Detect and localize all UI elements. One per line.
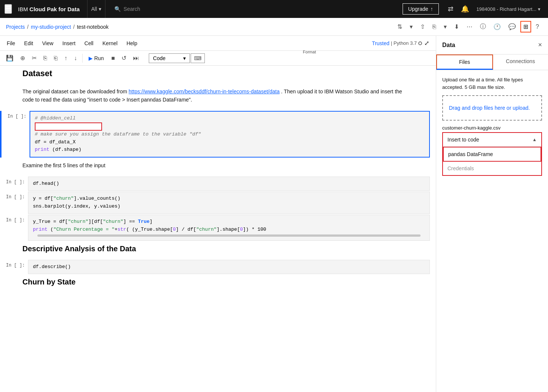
upload-icon: ↑: [431, 6, 433, 12]
df-assign-line: df = df_data_X: [35, 139, 425, 146]
interrupt-button[interactable]: ■: [108, 53, 118, 64]
chevron-down-icon: ▾: [183, 55, 186, 61]
info-icon[interactable]: ⓘ: [477, 21, 489, 33]
notebook-content[interactable]: Dataset The original dataset can be down…: [0, 66, 436, 392]
tab-files[interactable]: Files: [436, 55, 493, 70]
paste-cell-button[interactable]: ⎗: [51, 53, 61, 64]
share-icon[interactable]: ⇧: [417, 21, 428, 32]
notebook-toolbar: 💾 ⊕ ✂ ⎘ ⎗ ↑ ↓ ▶ Run ■ ↺ ⏭ Format Code ▾ …: [0, 51, 436, 66]
breadcrumb-notebook: test-notebook: [77, 24, 109, 30]
markdown-cell-examine: Examine the first 5 lines of the input: [0, 158, 436, 175]
right-panel-close-button[interactable]: ×: [538, 41, 542, 49]
save-version-icon[interactable]: ⎘: [430, 21, 439, 32]
breadcrumb-sep-1: /: [27, 24, 29, 30]
chevron-down-icon-2[interactable]: ▾: [441, 21, 450, 32]
menu-cell[interactable]: Cell: [84, 40, 94, 46]
right-panel-title: Data: [442, 42, 455, 49]
notification-icon[interactable]: 🔔: [458, 2, 472, 16]
pandas-dataframe-option[interactable]: pandas DataFrame: [443, 147, 541, 162]
brand-name: IBM Cloud Pak for Data: [18, 6, 80, 12]
churn-line2: print ("Churn Percentage = "+str( (y_Tru…: [33, 226, 425, 234]
menu-kernel[interactable]: Kernel: [102, 40, 118, 46]
cell-label-4: In [ ]:: [0, 215, 28, 223]
breadcrumb-studio[interactable]: my-studio-project: [31, 24, 71, 30]
input-placeholder-line: [35, 122, 425, 131]
restart-button[interactable]: ↺: [118, 52, 129, 64]
upload-description: Upload one file at a time. All file type…: [442, 76, 542, 91]
search-bar[interactable]: 🔍 Search: [108, 6, 400, 12]
code-cell-churn[interactable]: In [ ]: y_True = df["churn"][df["churn"]…: [0, 215, 436, 241]
cell-body-2[interactable]: df.head(): [28, 177, 430, 191]
right-panel-body: Upload one file at a time. All file type…: [436, 70, 548, 392]
kaggle-link[interactable]: https://www.kaggle.com/becksddf/churn-in…: [129, 88, 280, 94]
chevron-up-icon: ▲: [532, 137, 537, 142]
user-menu[interactable]: 1984008 - Richard Hagart... ▾: [474, 3, 544, 15]
cell-body-3[interactable]: y = df["churn"].value_counts() sns.barpl…: [28, 192, 430, 214]
cut-cell-button[interactable]: ✂: [29, 52, 40, 64]
menu-view[interactable]: View: [41, 40, 54, 46]
kernel-status-dot: [418, 41, 422, 45]
help-icon[interactable]: ?: [533, 21, 542, 32]
menu-edit[interactable]: Edit: [24, 40, 34, 46]
breadcrumb-sep-2: /: [73, 24, 75, 30]
upload-zone-text: Drag and drop files here or upload.: [449, 105, 530, 111]
right-data-panel: Data × Files Connections Upload one file…: [436, 36, 548, 392]
download-icon[interactable]: ⬇: [451, 21, 462, 32]
code-cell-barplot[interactable]: In [ ]: y = df["churn"].value_counts() s…: [0, 192, 436, 214]
credentials-option[interactable]: Credentials: [443, 162, 541, 175]
all-dropdown[interactable]: All ▾: [87, 0, 105, 18]
upload-drop-zone[interactable]: Drag and drop files here or upload.: [442, 95, 542, 121]
code-cell-hidden[interactable]: In [ ]: # @hidden_cell # make sure you a…: [0, 111, 436, 158]
menu-file[interactable]: File: [6, 40, 16, 46]
keyboard-shortcuts-button[interactable]: ⌨: [191, 53, 205, 63]
insert-to-code-dropdown[interactable]: Insert to code ▲ pandas DataFrame Creden…: [442, 132, 542, 176]
markdown-cell-churnstate: Churn by State: [0, 275, 436, 292]
top-navigation: ☰ IBM Cloud Pak for Data All ▾ 🔍 Search …: [0, 0, 548, 18]
more-options-icon[interactable]: ⋯: [464, 21, 475, 32]
history-icon[interactable]: 🕐: [490, 21, 504, 32]
format-select[interactable]: Code ▾: [149, 53, 190, 63]
cell-body-4[interactable]: y_True = df["churn"][df["churn"] == True…: [28, 215, 430, 241]
copy-cell-button[interactable]: ⎘: [40, 53, 50, 64]
kernel-status-icon[interactable]: ⇅: [394, 21, 405, 32]
kernel-info: | Python 3.7: [391, 40, 417, 46]
restart-run-all-button[interactable]: ⏭: [130, 53, 142, 64]
code-cell-describe[interactable]: In [ ]: df.describe(): [0, 260, 436, 274]
data-panel-icon[interactable]: ⊞: [520, 21, 531, 32]
markdown-cell-dataset: Dataset: [0, 66, 436, 84]
add-cell-button[interactable]: ⊕: [17, 52, 28, 64]
save-button[interactable]: 💾: [3, 52, 16, 64]
descriptive-heading: Descriptive Analysis of the Data: [22, 245, 413, 253]
play-icon: ▶: [89, 55, 93, 61]
breadcrumb-projects[interactable]: Projects: [6, 24, 25, 30]
cell-body-1[interactable]: # @hidden_cell # make sure you assign th…: [30, 111, 430, 158]
notebook-menubar: File Edit View Insert Cell Kernel Help T…: [0, 36, 436, 51]
run-button[interactable]: ▶ Run: [85, 53, 108, 63]
right-panel-header: Data ×: [436, 36, 548, 55]
cell-body-5[interactable]: df.describe(): [28, 260, 430, 274]
hamburger-menu-icon[interactable]: ☰: [4, 4, 12, 14]
barplot-line2: sns.barplot(y.index, y.values): [33, 203, 425, 211]
breadcrumb-actions: ⇅ ▾ ⇧ ⎘ ▾ ⬇ ⋯ ⓘ 🕐 💬 ⊞ ?: [394, 21, 542, 33]
upgrade-button[interactable]: Upgrade ↑: [403, 3, 439, 15]
chevron-down-icon[interactable]: ▾: [407, 21, 416, 32]
hidden-cell-comment: # @hidden_cell: [35, 115, 425, 122]
insert-dropdown-header[interactable]: Insert to code ▲: [443, 133, 541, 147]
move-cell-up-button[interactable]: ↑: [61, 53, 70, 64]
description-paragraph: The original dataset can be downloaded f…: [22, 87, 413, 104]
comments-icon[interactable]: 💬: [505, 21, 519, 32]
trusted-badge: Trusted: [372, 40, 390, 46]
code-cell-dfhead[interactable]: In [ ]: df.head(): [0, 177, 436, 191]
describe-code: df.describe(): [33, 263, 425, 271]
menu-insert[interactable]: Insert: [62, 40, 76, 46]
notebook-panel: File Edit View Insert Cell Kernel Help T…: [0, 36, 436, 392]
expand-icon[interactable]: ⤢: [424, 40, 430, 47]
move-cell-down-button[interactable]: ↓: [71, 53, 80, 64]
horizontal-scrollbar[interactable]: [37, 234, 421, 237]
switch-icon[interactable]: ⇄: [445, 2, 456, 16]
examine-text: Examine the first 5 lines of the input: [22, 161, 413, 169]
tab-connections[interactable]: Connections: [493, 55, 548, 70]
menu-help[interactable]: Help: [126, 40, 138, 46]
code-input-field[interactable]: [35, 122, 102, 131]
toolbar-separator: [82, 54, 83, 63]
